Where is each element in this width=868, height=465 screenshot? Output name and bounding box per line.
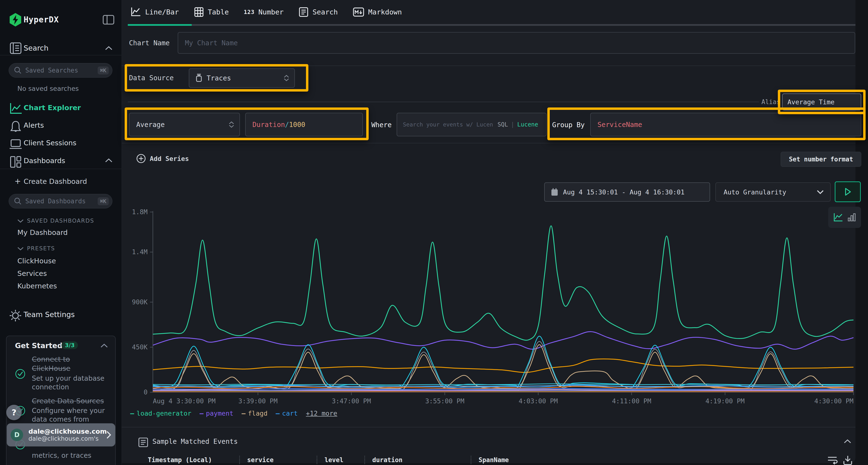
legend-item-flagd[interactable]: —flagd (242, 409, 268, 417)
wrap-lines-icon[interactable] (827, 455, 838, 465)
svg-text:4:03:00 PM: 4:03:00 PM (519, 397, 558, 405)
no-saved-searches-text: No saved searches (18, 85, 79, 92)
column-header-spanname[interactable]: SpanName (471, 456, 615, 464)
add-series-button[interactable]: Add Series (136, 154, 189, 163)
sidebar-item-chart-explorer[interactable]: Chart Explorer (24, 104, 81, 112)
select-updown-icon (284, 75, 289, 81)
time-range-picker[interactable]: Aug 4 15:30:01 - Aug 4 16:30:01 (544, 182, 710, 202)
legend-dash-icon: — (130, 409, 134, 417)
collapse-panel-chevron-icon[interactable] (843, 439, 851, 444)
saved-dashboards-header[interactable]: SAVED DASHBOARDS (27, 218, 94, 224)
svg-text:450K: 450K (132, 343, 148, 351)
chevron-up-icon[interactable] (100, 343, 108, 348)
timeseries-chart[interactable]: 0450K900K1.4M1.8MAug 4 3:30:00 PM3:39:00… (130, 209, 858, 409)
expression-input[interactable]: Duration/1000 (245, 113, 363, 136)
user-menu[interactable]: D dale@clickhouse.com dale@clickhouse.co… (7, 423, 115, 446)
gear-icon (9, 309, 22, 322)
data-source-select[interactable]: Traces (189, 68, 295, 88)
svg-text:900K: 900K (132, 298, 148, 306)
get-started-item-title[interactable]: Connect to ClickHouse (32, 355, 91, 373)
tab-line-bar[interactable]: Line/Bar (130, 7, 179, 17)
sidebar-item-dashboards[interactable]: Dashboards (24, 157, 65, 165)
user-subtitle: dale@clickhouse.com's (28, 435, 106, 442)
get-started-item-subtitle-partial: metrics, or traces (32, 451, 106, 460)
get-started-item-subtitle: Set up your database connection (32, 374, 106, 392)
table-icon (194, 7, 204, 18)
legend-item-load-generator[interactable]: —load-generator (130, 409, 191, 417)
time-range-value: Aug 4 15:30:01 - Aug 4 16:30:01 (563, 189, 684, 196)
legend-more-link[interactable]: +12 more (306, 409, 337, 417)
sidebar-divider (0, 55, 122, 56)
column-header-timestamp[interactable]: Timestamp (Local) (148, 456, 239, 464)
alias-input[interactable] (782, 94, 861, 110)
search-list-icon (299, 7, 309, 18)
sidebar-item-client-sessions[interactable]: Client Sessions (24, 139, 76, 147)
column-header-service[interactable]: service (239, 456, 317, 464)
sidebar-item-my-dashboard[interactable]: My Dashboard (18, 228, 68, 237)
svg-text:1.4M: 1.4M (132, 248, 148, 256)
sidebar-item-team-settings[interactable]: Team Settings (24, 310, 75, 319)
get-started-badge: 3/3 (61, 341, 78, 349)
chevron-up-icon[interactable] (105, 46, 113, 51)
data-source-label: Data Source (129, 74, 174, 82)
divider (122, 143, 856, 143)
download-icon[interactable] (842, 455, 854, 465)
sidebar-divider (0, 169, 122, 169)
sql-toggle-option[interactable]: SQL (497, 121, 508, 128)
chevron-down-icon[interactable] (17, 219, 24, 223)
chevron-up-icon[interactable] (105, 158, 113, 163)
help-button[interactable]: ? (6, 405, 22, 420)
tab-search[interactable]: Search (299, 7, 338, 18)
saved-dashboards-input[interactable]: Saved Dashboards ⌘K (9, 194, 112, 208)
avatar: D (10, 429, 23, 441)
chart-name-input[interactable] (178, 32, 855, 54)
events-table-header: Timestamp (Local) service level duration… (148, 455, 615, 465)
create-dashboard-button[interactable]: Create Dashboard (24, 177, 87, 186)
column-header-level[interactable]: level (317, 456, 364, 464)
sidebar-item-services[interactable]: Services (18, 269, 47, 277)
chevron-down-icon[interactable] (17, 246, 24, 251)
column-header-duration[interactable]: duration (364, 456, 471, 464)
tab-markdown[interactable]: Markdown (353, 7, 402, 18)
user-email: dale@clickhouse.com (28, 428, 106, 435)
granularity-select[interactable]: Auto Granularity (715, 182, 831, 202)
tabs-underline (128, 24, 856, 26)
legend-dash-icon: — (242, 409, 245, 417)
series-load-generator (153, 226, 854, 340)
chart-legend: —load-generator—payment—flagd—cart+12 mo… (130, 409, 337, 417)
aggregation-value: Average (136, 121, 165, 129)
search-icon (14, 66, 22, 74)
expression-field: Duration (252, 121, 285, 129)
plus-icon: + (14, 176, 21, 186)
lucene-toggle-option[interactable]: Lucene (517, 121, 538, 128)
plus-circle-icon (136, 154, 146, 163)
sidebar-item-clickhouse[interactable]: ClickHouse (18, 257, 56, 265)
sidebar-item-alerts[interactable]: Alerts (24, 121, 44, 129)
svg-text:3:39:00 PM: 3:39:00 PM (239, 397, 278, 405)
saved-searches-input[interactable]: Saved Searches ⌘K (9, 63, 112, 77)
legend-item-cart[interactable]: —cart (276, 409, 298, 417)
sidebar-section-search[interactable]: Search (24, 44, 49, 52)
legend-item-payment[interactable]: —payment (199, 409, 234, 417)
aggregation-select[interactable]: Average (129, 113, 240, 136)
group-by-input[interactable]: ServiceName (590, 113, 861, 136)
presets-header[interactable]: PRESETS (27, 245, 55, 252)
series-frontend (153, 359, 854, 372)
series-payment (153, 332, 854, 350)
hyperdx-logo-icon (9, 12, 22, 27)
get-started-item-title[interactable]: Create Data Sources (32, 396, 112, 405)
divider (122, 66, 856, 66)
tab-table[interactable]: Table (194, 7, 229, 18)
sidebar-item-kubernetes[interactable]: Kubernetes (18, 282, 57, 290)
tab-number[interactable]: 123 Number (244, 8, 283, 16)
active-tab-underline (128, 24, 192, 26)
group-by-value: ServiceName (597, 121, 642, 129)
granularity-value: Auto Granularity (723, 189, 786, 196)
hyperdx-chart-explorer-page: HyperDX Search Saved Searches ⌘K No save… (0, 0, 868, 465)
chevron-down-icon (817, 190, 824, 194)
chart-type-tabs: Line/Bar Table 123 Number Search (130, 5, 402, 19)
run-query-button[interactable] (835, 181, 861, 202)
markdown-icon (353, 7, 364, 18)
collapse-sidebar-icon[interactable] (102, 14, 115, 26)
set-number-format-button[interactable]: Set number format (781, 152, 861, 167)
